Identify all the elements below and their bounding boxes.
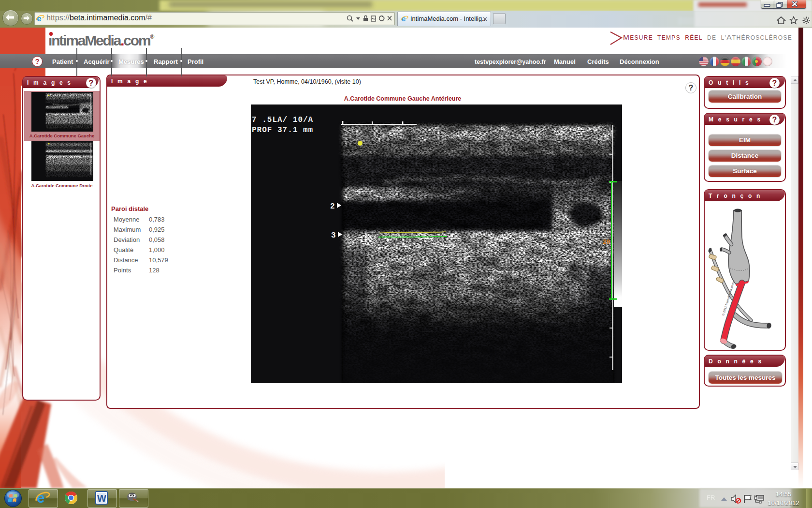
svg-text:2: 2	[330, 202, 335, 211]
svg-text:PROF 37.1 mm: PROF 37.1 mm	[252, 126, 313, 134]
svg-text:W: W	[97, 493, 106, 504]
svg-text:3: 3	[331, 231, 336, 240]
svg-text:7 .5LA/ 10/A: 7 .5LA/ 10/A	[252, 116, 313, 124]
svg-text:20: 20	[603, 239, 610, 246]
